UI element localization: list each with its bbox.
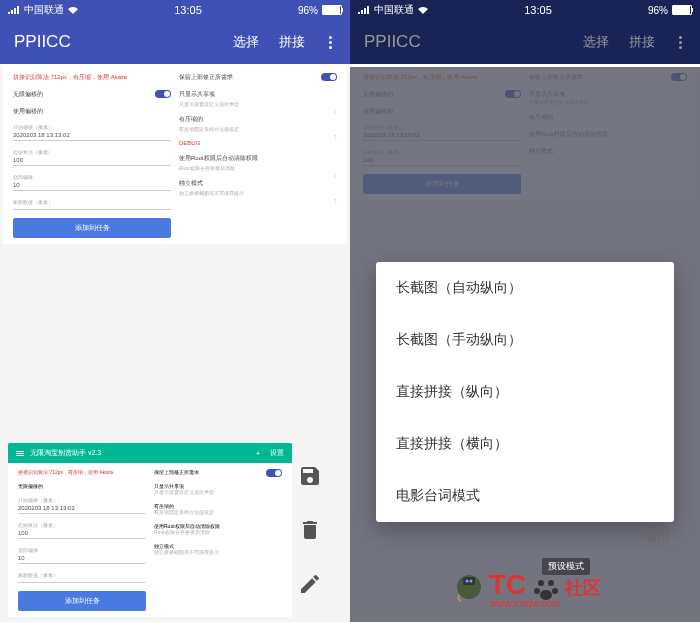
logo-community: 社区 [565, 578, 601, 598]
setting-use-offset[interactable]: 使用偏移的 [13, 108, 43, 114]
battery-pct: 96% [648, 5, 668, 16]
setting-show-shared[interactable]: 只显示共享项 [179, 90, 337, 99]
status-bar: 中国联通 13:05 96% [0, 0, 350, 20]
status-time: 13:05 [78, 4, 298, 16]
select-button[interactable]: 选择 [233, 33, 259, 51]
app-bar: PPIICC 选择 拼接 [0, 20, 350, 64]
preview-mini-panel: 拼接识别算法:712px，有压缩，使用 Akaze 无限偏移的 开始偏移（像素）… [8, 463, 292, 617]
modal-option-movie-subtitle[interactable]: 电影台词模式 [376, 470, 674, 522]
preview-section: 无限淘宝别货助手 v2.3 + 设置 拼接识别算法:712px，有压缩，使用 A… [0, 435, 350, 622]
edit-icon[interactable] [298, 572, 322, 596]
preset-mode-badge: 预设模式 [542, 558, 590, 575]
preview-header: 无限淘宝别货助手 v2.3 + 设置 [8, 443, 292, 463]
right-screen: 中国联通 13:05 96% PPIICC 选择 拼接 拼接识别算法:712px… [350, 0, 700, 622]
setting-keep-top[interactable]: 保留上部修正所需求 [179, 74, 233, 80]
setting-debug[interactable]: DEBUG [179, 140, 337, 146]
svg-point-7 [552, 588, 558, 594]
stitch-button: 拼接 [629, 33, 655, 51]
toggle-2[interactable] [321, 73, 337, 81]
signal-icon [8, 6, 20, 14]
content-area: 拼接识别算法:712px，有压缩，使用 Akaze 无限偏移的 使用偏移的 开始… [0, 67, 350, 622]
algo-header: 拼接识别算法:712px，有压缩，使用 Akaze [13, 73, 171, 82]
status-time: 13:05 [428, 4, 648, 16]
input-bottom-offset[interactable]: 10 [13, 180, 171, 191]
menu-overflow-icon [675, 36, 686, 49]
save-icon[interactable] [298, 464, 322, 488]
select-button: 选择 [583, 33, 609, 51]
battery-icon [322, 5, 342, 15]
toggle-1[interactable] [155, 90, 171, 98]
battery-pct: 96% [298, 5, 318, 16]
plus-button[interactable]: + [256, 450, 260, 457]
carrier-label: 中国联通 [374, 3, 414, 17]
setting-compressed[interactable]: 有压缩的 [179, 115, 337, 124]
stitch-mode-modal: 长截图（自动纵向） 长截图（手动纵向） 直接拼接（纵向） 直接拼接（横向） 电影… [376, 262, 674, 522]
battery-icon [672, 5, 692, 15]
app-title: PPIICC [14, 32, 233, 52]
content-area-dimmed: 拼接识别算法:712px，有压缩，使用 Akaze 无限偏移的 使用偏移的 开始… [350, 67, 700, 622]
setting-standalone[interactable]: 独立模式 [179, 179, 337, 188]
stitch-button[interactable]: 拼接 [279, 33, 305, 51]
delete-icon[interactable] [298, 518, 322, 542]
input-start-offset[interactable]: 2020203.18 13:13:02 [13, 130, 171, 141]
status-bar: 中国联通 13:05 96% [350, 0, 700, 20]
add-task-button[interactable]: 添加到任务 [13, 218, 171, 238]
logo-url: www.tcsqw.com [490, 598, 561, 609]
logo-tc: TC [489, 569, 526, 600]
svg-point-3 [469, 580, 472, 583]
wifi-icon [418, 6, 428, 14]
app-title: PPIICC [364, 32, 583, 52]
carrier-label: 中国联通 [24, 3, 64, 17]
modal-option-direct-horizontal[interactable]: 直接拼接（横向） [376, 418, 674, 470]
settings-button[interactable]: 设置 [270, 448, 284, 458]
modal-option-direct-vertical[interactable]: 直接拼接（纵向） [376, 366, 674, 418]
svg-point-4 [538, 580, 544, 586]
watermark-logo: 预设模式 TC 社区 www.tcsqw.com [350, 557, 700, 617]
wifi-icon [68, 6, 78, 14]
chevron-icon: › [334, 132, 337, 141]
hamburger-icon[interactable] [16, 451, 24, 456]
chevron-icon: › [334, 171, 337, 180]
cancel-button[interactable]: 取消 [644, 527, 670, 545]
setting-unlimited-offset[interactable]: 无限偏移的 [13, 91, 43, 97]
signal-icon [358, 6, 370, 14]
svg-rect-1 [463, 577, 475, 585]
chevron-icon: › [334, 196, 337, 205]
svg-point-6 [534, 588, 540, 594]
modal-option-auto-vertical[interactable]: 长截图（自动纵向） [376, 262, 674, 314]
svg-point-5 [548, 580, 554, 586]
preview-title: 无限淘宝别货助手 v2.3 [30, 448, 256, 458]
input-start-algo[interactable]: 100 [13, 155, 171, 166]
svg-point-2 [465, 580, 468, 583]
chevron-icon: › [334, 107, 337, 116]
mascot-icon [449, 567, 489, 607]
modal-option-manual-vertical[interactable]: 长截图（手动纵向） [376, 314, 674, 366]
left-screen: 中国联通 13:05 96% PPIICC 选择 拼接 拼接识别算法:712px… [0, 0, 350, 622]
menu-overflow-icon[interactable] [325, 36, 336, 49]
setting-root-clear[interactable]: 使用Root权限后自动清除权限 [179, 154, 337, 163]
settings-panel: 拼接识别算法:712px，有压缩，使用 Akaze 无限偏移的 使用偏移的 开始… [3, 67, 347, 244]
input-refresh[interactable] [13, 205, 171, 210]
app-bar-dimmed: PPIICC 选择 拼接 [350, 20, 700, 64]
